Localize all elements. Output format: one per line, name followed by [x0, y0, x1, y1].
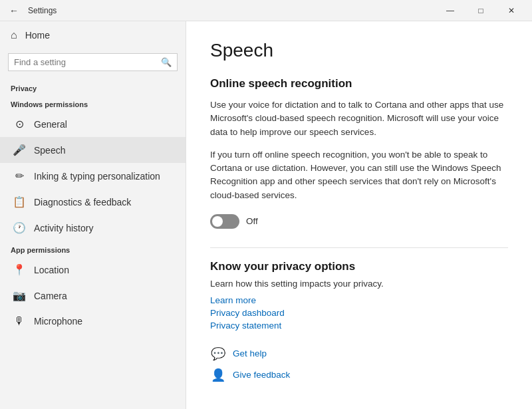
sidebar-item-speech[interactable]: 🎤 Speech — [0, 137, 186, 163]
sidebar-item-inking-label: Inking & typing personalization — [34, 171, 160, 182]
home-label: Home — [25, 30, 50, 41]
sidebar-item-home[interactable]: ⌂ Home — [0, 21, 186, 49]
toggle-row: Off — [210, 214, 508, 229]
general-icon: ⊙ — [13, 118, 26, 130]
privacy-subtitle: Learn how this setting impacts your priv… — [210, 279, 508, 289]
get-help-label: Get help — [233, 348, 267, 358]
sidebar-item-activity[interactable]: 🕐 Activity history — [0, 215, 186, 241]
toggle-thumb — [212, 216, 223, 227]
search-input[interactable] — [14, 57, 161, 67]
sidebar-item-general-label: General — [34, 119, 67, 130]
title-bar: ← Settings — □ ✕ — [0, 0, 532, 21]
maximize-button[interactable]: □ — [466, 0, 496, 21]
section-title-windows: Windows permissions — [0, 95, 186, 111]
sidebar-item-activity-label: Activity history — [34, 223, 93, 233]
section-title-privacy: Privacy — [0, 79, 186, 95]
sidebar-item-diagnostics-label: Diagnostics & feedback — [34, 197, 131, 207]
divider — [210, 247, 508, 248]
help-section: 💬 Get help 👤 Give feedback — [210, 346, 508, 382]
search-icon: 🔍 — [161, 57, 172, 67]
privacy-options-title: Know your privacy options — [210, 260, 508, 273]
sidebar-item-microphone[interactable]: 🎙 Microphone — [0, 309, 186, 334]
title-bar-controls: — □ ✕ — [435, 0, 527, 21]
give-feedback-label: Give feedback — [233, 370, 290, 380]
sidebar-item-general[interactable]: ⊙ General — [0, 111, 186, 137]
privacy-links: Learn more Privacy dashboard Privacy sta… — [210, 295, 508, 331]
content-area: Speech Online speech recognition Use you… — [186, 21, 532, 409]
get-help-icon: 💬 — [210, 346, 226, 361]
main-container: ⌂ Home 🔍 Privacy Windows permissions ⊙ G… — [0, 21, 532, 409]
back-button[interactable]: ← — [5, 4, 23, 17]
sidebar-item-camera-label: Camera — [34, 291, 67, 301]
title-bar-left: ← Settings — [5, 4, 435, 17]
speech-paragraph-2: If you turn off online speech recognitio… — [210, 148, 508, 202]
sidebar-item-camera[interactable]: 📷 Camera — [0, 283, 186, 309]
sidebar-item-diagnostics[interactable]: 📋 Diagnostics & feedback — [0, 189, 186, 215]
sidebar-item-speech-label: Speech — [34, 145, 65, 156]
learn-more-link[interactable]: Learn more — [210, 295, 508, 305]
toggle-label: Off — [246, 216, 258, 226]
sidebar-item-inking[interactable]: ✏ Inking & typing personalization — [0, 163, 186, 189]
privacy-statement-link[interactable]: Privacy statement — [210, 321, 508, 331]
minimize-button[interactable]: — — [435, 0, 466, 21]
diagnostics-icon: 📋 — [13, 196, 26, 208]
title-bar-title: Settings — [28, 6, 57, 15]
speech-icon: 🎤 — [13, 144, 26, 156]
home-icon: ⌂ — [11, 29, 17, 41]
page-title: Speech — [210, 40, 508, 61]
get-help-item[interactable]: 💬 Get help — [210, 346, 508, 361]
inking-icon: ✏ — [13, 170, 26, 182]
give-feedback-item[interactable]: 👤 Give feedback — [210, 368, 508, 382]
speech-toggle[interactable] — [210, 214, 239, 229]
search-box[interactable]: 🔍 — [8, 53, 178, 71]
close-button[interactable]: ✕ — [496, 0, 527, 21]
section-title-app: App permissions — [0, 241, 186, 257]
camera-icon: 📷 — [13, 289, 26, 302]
location-icon: 📍 — [13, 263, 26, 276]
sidebar-item-location-label: Location — [34, 265, 69, 275]
privacy-dashboard-link[interactable]: Privacy dashboard — [210, 308, 508, 318]
microphone-icon: 🎙 — [13, 315, 26, 327]
sidebar: ⌂ Home 🔍 Privacy Windows permissions ⊙ G… — [0, 21, 186, 409]
activity-icon: 🕐 — [13, 221, 26, 234]
online-speech-title: Online speech recognition — [210, 77, 508, 90]
speech-paragraph-1: Use your voice for dictation and to talk… — [210, 98, 508, 139]
give-feedback-icon: 👤 — [210, 368, 226, 382]
sidebar-item-location[interactable]: 📍 Location — [0, 257, 186, 283]
sidebar-item-microphone-label: Microphone — [34, 316, 82, 327]
